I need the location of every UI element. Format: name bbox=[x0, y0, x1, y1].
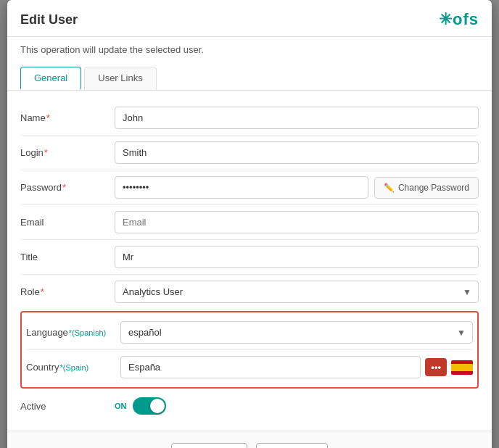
tab-general[interactable]: General bbox=[20, 67, 81, 90]
password-row: Password* ✏️ Change Password bbox=[20, 170, 479, 205]
ofs-logo-asterisk: ✳ bbox=[439, 10, 453, 28]
login-control-wrap bbox=[115, 141, 479, 164]
dialog-footer: 💾 Update ✕ Cancel bbox=[7, 431, 492, 448]
language-row: Language*(Spanish) español English Frenc… bbox=[26, 315, 473, 350]
name-control-wrap bbox=[115, 107, 479, 129]
password-label: Password* bbox=[20, 182, 115, 193]
name-row: Name* bbox=[20, 101, 479, 136]
language-select-wrap: español English French ▼ bbox=[120, 321, 473, 344]
country-row: Country*(Spain) ••• bbox=[26, 350, 473, 384]
title-label: Title bbox=[20, 252, 115, 262]
active-row: Active ON bbox=[20, 391, 479, 420]
role-select[interactable]: Analytics User Admin User bbox=[115, 281, 479, 303]
login-row: Login* bbox=[20, 136, 479, 170]
country-input-group: ••• bbox=[120, 356, 473, 378]
country-label: Country*(Spain) bbox=[26, 362, 120, 373]
email-row: Email bbox=[20, 205, 479, 240]
country-control-wrap: ••• bbox=[120, 356, 473, 378]
title-row: Title bbox=[20, 240, 479, 275]
email-input[interactable] bbox=[115, 211, 479, 233]
tab-user-links[interactable]: User Links bbox=[84, 67, 156, 90]
change-password-button[interactable]: ✏️ Change Password bbox=[374, 177, 479, 199]
login-input[interactable] bbox=[115, 141, 479, 164]
toggle-knob bbox=[150, 399, 165, 413]
pencil-icon: ✏️ bbox=[384, 183, 395, 193]
role-select-wrap: Analytics User Admin User ▼ bbox=[115, 281, 479, 303]
title-control-wrap bbox=[115, 246, 479, 268]
toggle-wrap: ON bbox=[115, 397, 479, 415]
role-row: Role* Analytics User Admin User ▼ bbox=[20, 275, 479, 310]
email-control-wrap bbox=[115, 211, 479, 233]
title-input[interactable] bbox=[115, 246, 479, 268]
dots-icon: ••• bbox=[431, 362, 441, 373]
toggle-on-label: ON bbox=[115, 402, 127, 410]
email-label: Email bbox=[20, 217, 115, 228]
spain-flag-icon bbox=[451, 360, 473, 375]
language-label: Language*(Spanish) bbox=[26, 327, 120, 338]
password-control-wrap: ✏️ Change Password bbox=[115, 176, 479, 199]
role-label: Role* bbox=[20, 286, 115, 297]
ofs-logo: ✳ofs bbox=[439, 10, 479, 29]
highlighted-section: Language*(Spanish) español English Frenc… bbox=[20, 311, 479, 389]
dialog-title: Edit User bbox=[20, 12, 78, 28]
name-input[interactable] bbox=[115, 107, 479, 129]
active-control-wrap: ON bbox=[115, 397, 479, 415]
edit-user-dialog: Edit User ✳ofs This operation will updat… bbox=[7, 0, 492, 448]
country-input[interactable] bbox=[120, 356, 421, 378]
login-label: Login* bbox=[20, 147, 115, 158]
tabs-bar: General User Links bbox=[7, 59, 492, 91]
update-button[interactable]: 💾 Update bbox=[171, 443, 247, 448]
language-control-wrap: español English French ▼ bbox=[120, 321, 473, 344]
password-input[interactable] bbox=[115, 176, 368, 199]
dialog-subtitle: This operation will update the selected … bbox=[7, 37, 492, 55]
active-label: Active bbox=[20, 401, 115, 412]
active-toggle[interactable] bbox=[133, 397, 166, 415]
name-label: Name* bbox=[20, 112, 115, 123]
cancel-button[interactable]: ✕ Cancel bbox=[256, 443, 327, 448]
role-control-wrap: Analytics User Admin User ▼ bbox=[115, 281, 479, 303]
dialog-header: Edit User ✳ofs bbox=[7, 0, 492, 37]
language-select[interactable]: español English French bbox=[120, 321, 473, 344]
password-field-wrap bbox=[115, 176, 368, 199]
form-body: Name* Login* Password* bbox=[7, 91, 492, 431]
country-dots-button[interactable]: ••• bbox=[425, 358, 447, 376]
